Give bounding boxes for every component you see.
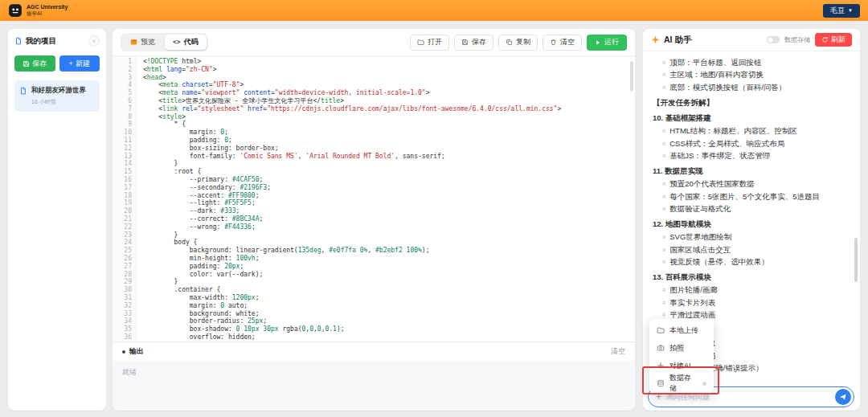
clear-button[interactable]: 清空: [542, 35, 582, 51]
code-line: font-family: 'Comic Sans MS', 'Arial Rou…: [143, 153, 635, 161]
bullet-text: 国家区域点击交互: [669, 244, 731, 256]
code-line: * {: [143, 121, 635, 129]
code-line: <title>世界文化探险家 - 全球小学生文化学习平台</title>: [143, 97, 635, 105]
project-list-item[interactable]: 和好朋友环游世界 16 小时前: [14, 80, 100, 112]
bullet-text: 数据验证与格式化: [669, 203, 731, 215]
line-number: 23: [113, 231, 132, 239]
bullet-text: 事实卡片列表: [669, 297, 715, 309]
assistant-heading: 【开发任务拆解】: [653, 97, 850, 108]
bullet-text: 顶部：平台标题、返回按钮: [669, 57, 761, 68]
line-number: 8: [113, 113, 132, 121]
projects-header: 我的项目 ‹: [14, 35, 100, 47]
open-button[interactable]: 打开: [410, 35, 449, 51]
line-number: 20: [113, 207, 132, 215]
line-number: 10: [113, 129, 132, 137]
line-number: 7: [113, 105, 132, 113]
bullet-text: 图片轮播/画廊: [669, 284, 718, 296]
code-line: <!DOCTYPE html>: [143, 58, 635, 66]
menu-item-data-storage[interactable]: 数据存储: [649, 374, 714, 392]
code-line: --secondary: #2196F3;: [143, 184, 635, 192]
code-line: .container {: [143, 286, 635, 294]
copy-button[interactable]: 复制: [498, 35, 538, 51]
output-title: 输出: [129, 346, 144, 357]
bullet-icon: ○: [662, 203, 665, 215]
assistant-bullet-item: ○国家区域点击交互: [653, 244, 850, 256]
bullet-icon: ○: [662, 244, 665, 256]
plus-icon: +: [69, 59, 73, 67]
menu-item-local-upload[interactable]: 本地上传: [649, 321, 714, 339]
code-editor[interactable]: 1234567891011121314151617181920212223242…: [113, 56, 635, 341]
storage-toggle[interactable]: [767, 36, 780, 43]
line-number: 21: [113, 215, 132, 223]
menu-label: 拍照: [669, 343, 684, 354]
bullet-text: CSS样式：全局样式、响应式布局: [669, 138, 784, 149]
code-icon: <>: [173, 39, 181, 46]
bullet-text: 底部：模式切换按钮（百科/问答）: [669, 82, 786, 93]
refresh-label: 刷新: [831, 35, 845, 45]
clear-label: 清空: [560, 37, 575, 47]
tab-preview[interactable]: 预览: [122, 35, 163, 50]
play-icon: [595, 39, 601, 46]
editor-header: 预览 <> 代码 打开 保存 复制: [113, 29, 635, 56]
copy-icon: [506, 39, 513, 46]
open-label: 打开: [428, 37, 442, 47]
line-number: 15: [113, 168, 132, 176]
database-icon: [657, 379, 665, 387]
bullet-text: 每个国家：5张图片、5个文化事实、5道题目: [669, 191, 820, 202]
bullet-icon: ○: [662, 284, 665, 296]
assistant-header: AI 助手 数据存储 刷新: [643, 29, 860, 51]
bullet-icon: ○: [662, 69, 665, 80]
editor-scrollbar[interactable]: [630, 61, 633, 92]
refresh-icon: [821, 36, 829, 43]
bullet-text: 基础JS：事件绑定、状态管理: [669, 150, 770, 161]
code-line: body {: [143, 239, 635, 247]
sparkle-icon: [651, 35, 660, 44]
save-code-button[interactable]: 保存: [454, 35, 493, 51]
refresh-button[interactable]: 刷新: [815, 33, 852, 47]
tab-code[interactable]: <> 代码: [165, 35, 207, 50]
projects-panel: 我的项目 ‹ 保存 + 新建 和好朋友环游世界 16 小时前: [8, 29, 106, 411]
code-line: padding: 0;: [143, 137, 635, 145]
run-button[interactable]: 运行: [587, 35, 627, 51]
menu-item-connect-ai[interactable]: 对接AI: [649, 357, 714, 374]
output-dot-icon: [122, 350, 125, 354]
attachment-menu: 本地上传 拍照 对接AI 数据存储: [649, 319, 714, 395]
code-line: border-radius: 25px;: [143, 317, 635, 325]
user-menu-button[interactable]: 毛豆 ▼: [823, 4, 860, 18]
line-number: 17: [113, 184, 132, 192]
view-tabs: 预览 <> 代码: [121, 33, 208, 51]
line-number: 2: [113, 66, 132, 74]
code-line: --accent: #FF9800;: [143, 192, 635, 200]
send-icon: [839, 393, 847, 401]
bullet-icon: ○: [662, 297, 665, 309]
assistant-heading: 10. 基础框架搭建: [653, 112, 850, 124]
send-button[interactable]: [835, 389, 851, 405]
caret-down-icon: ▼: [848, 8, 853, 13]
code-line: <link rel="stylesheet" href="https://cdn…: [143, 105, 635, 113]
assistant-bullet-item: ○底部：模式切换按钮（百科/问答）: [653, 82, 850, 93]
save-icon: [461, 39, 469, 46]
folder-icon: [417, 39, 424, 46]
user-name: 毛豆: [830, 6, 845, 16]
bullet-icon: ○: [662, 125, 665, 137]
brand-line2: 极学AI: [27, 10, 68, 16]
save-project-button[interactable]: 保存: [14, 55, 55, 72]
project-time: 16 小时前: [31, 98, 86, 106]
new-project-button[interactable]: + 新建: [59, 55, 100, 72]
logo-icon: [8, 3, 23, 18]
code-line: overflow: hidden;: [143, 333, 635, 341]
line-number: 16: [113, 176, 132, 184]
line-number: 27: [113, 263, 132, 271]
code-line: background: white;: [143, 310, 635, 318]
projects-title: 我的项目: [26, 36, 56, 47]
collapse-sidebar-button[interactable]: ‹: [88, 35, 100, 47]
assistant-scrollbar[interactable]: [854, 238, 858, 282]
code-line: <head>: [143, 74, 635, 82]
editor-panel: 预览 <> 代码 打开 保存 复制: [113, 29, 635, 411]
assistant-bullet-item: ○SVG世界地图绘制: [653, 231, 850, 243]
output-clear-button[interactable]: 清空: [611, 346, 625, 357]
code-line: padding: 20px;: [143, 263, 635, 271]
tab-code-label: 代码: [184, 37, 199, 47]
bullet-text: HTML结构：标题栏、内容区、控制区: [669, 125, 797, 137]
menu-item-photo[interactable]: 拍照: [649, 339, 714, 357]
